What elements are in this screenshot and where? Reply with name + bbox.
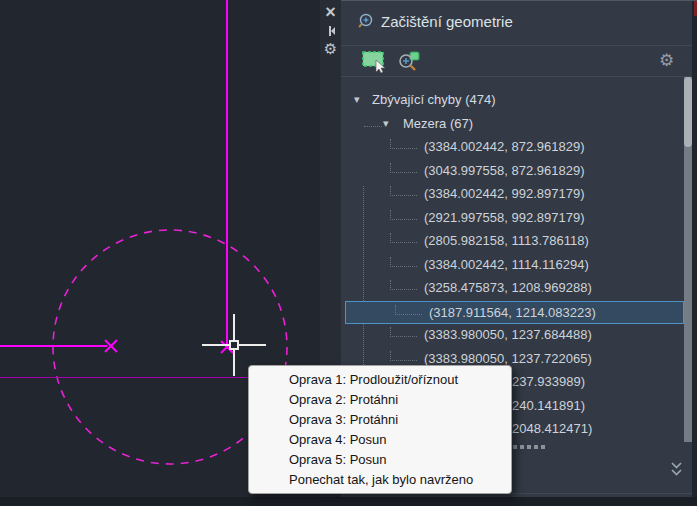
error-coordinate-label: (3383.980050, 1237.684488) [424, 327, 592, 342]
error-coordinate-label: 240.141891) [512, 398, 585, 413]
error-coordinate-label: (3043.997558, 872.961829) [424, 163, 584, 178]
fix-menu-item[interactable]: Ponechat tak, jak bylo navrženo [249, 470, 511, 490]
error-coordinate-label: (3384.002442, 1114.116294) [424, 257, 589, 272]
tree-connector [390, 210, 417, 220]
error-coordinate-label: (3258.475873, 1208.969288) [424, 280, 592, 295]
tree-connector [390, 257, 417, 267]
fix-menu-item[interactable]: Oprava 5: Posun [249, 450, 511, 470]
tree-connector [390, 327, 417, 337]
tree-connector [390, 351, 417, 361]
error-coordinate-label: 237.933989) [512, 374, 585, 389]
bottom-bar [0, 497, 697, 506]
error-coordinate-label: 2048.412471) [512, 421, 592, 436]
tree-item[interactable]: (3384.002442, 872.961829) [341, 136, 684, 159]
polyline-vertical [226, 0, 228, 349]
tree-group-label: Mezera (67) [403, 116, 473, 131]
tree-connector [390, 163, 417, 173]
tree-connector [395, 305, 422, 315]
error-coordinate-label: (2921.997558, 992.897179) [424, 210, 584, 225]
pickbox [229, 340, 239, 350]
tree-connector [390, 139, 417, 149]
tree-connector [390, 280, 417, 290]
application-window: × ⚙ Začištění geometrie [0, 0, 697, 506]
grip-dot [513, 445, 517, 449]
tree-item[interactable]: (3384.002442, 1114.116294) [341, 254, 684, 277]
tree-connector [364, 125, 382, 127]
collapse-arrow-icon[interactable]: ▾ [383, 117, 389, 130]
tree-item[interactable]: (3384.002442, 992.897179) [341, 183, 684, 206]
scrollbar-thumb[interactable] [684, 77, 692, 147]
error-coordinate-label: (3384.002442, 992.897179) [424, 186, 584, 201]
tree-group-mezera[interactable]: ▾ Mezera (67) [341, 113, 684, 136]
tree-item[interactable]: (3043.997558, 872.961829) [341, 160, 684, 183]
tree-root-label: Zbývající chyby (474) [372, 92, 496, 107]
collapse-arrow-icon[interactable]: ▾ [354, 93, 360, 106]
tree-root-remaining-errors[interactable]: ▾ Zbývající chyby (474) [341, 89, 684, 112]
close-icon[interactable]: × [320, 2, 341, 21]
error-coordinate-label: (3383.980050, 1237.722065) [424, 351, 592, 366]
magnifier-title-icon [357, 12, 377, 32]
tree-item[interactable]: (3383.980050, 1237.684488) [341, 324, 684, 347]
panel-title: Začištění geometrie [381, 13, 513, 30]
tree-item[interactable]: (2921.997558, 992.897179) [341, 207, 684, 230]
tree-item[interactable]: (3258.475873, 1208.969288) [341, 277, 684, 300]
grip-dot [541, 445, 545, 449]
select-errors-tool-button[interactable] [361, 50, 389, 74]
error-coordinate-label: (2805.982158, 1113.786118) [424, 233, 589, 248]
tree-connector [390, 186, 417, 196]
panel-right-edge [692, 1, 697, 498]
tree-connector [390, 233, 417, 243]
fix-menu-item[interactable]: Oprava 2: Protáhni [249, 390, 511, 410]
error-coordinate-label: (3384.002442, 872.961829) [424, 139, 584, 154]
fix-menu-item[interactable]: Oprava 1: Prodloužit/oříznout [249, 370, 511, 390]
fix-menu-item[interactable]: Oprava 4: Posun [249, 430, 511, 450]
grip-dot [534, 445, 538, 449]
polyline-horizontal [0, 345, 107, 347]
zoom-to-error-tool-button[interactable] [397, 51, 421, 75]
error-x-marker[interactable] [103, 338, 119, 354]
grip-dot [527, 445, 531, 449]
tree-item[interactable]: (2805.982158, 1113.786118) [341, 230, 684, 253]
error-coordinate-label: (3187.911564, 1214.083223) [429, 305, 596, 320]
expand-section-chevron-icon[interactable] [669, 461, 684, 478]
divider [341, 45, 697, 46]
settings-gear-icon[interactable]: ⚙ [659, 52, 674, 69]
fix-options-menu: Oprava 1: Prodloužit/oříznoutOprava 2: P… [248, 365, 512, 494]
properties-gear-icon[interactable]: ⚙ [320, 40, 341, 59]
fix-menu-item[interactable]: Oprava 3: Protáhni [249, 410, 511, 430]
autohide-pin-icon[interactable] [320, 21, 341, 40]
tree-item-selected[interactable]: (3187.911564, 1214.083223) [345, 301, 684, 324]
grip-dot [520, 445, 524, 449]
